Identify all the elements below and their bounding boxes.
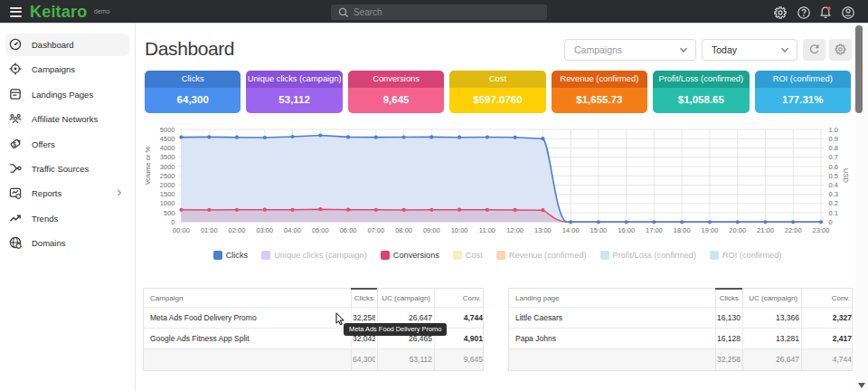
svg-text:3500: 3500	[160, 153, 175, 161]
svg-text:0: 0	[829, 218, 833, 226]
svg-text:08:00: 08:00	[395, 226, 412, 234]
svg-text:0.1: 0.1	[829, 209, 838, 217]
svg-text:1.0: 1.0	[829, 126, 838, 134]
svg-text:2500: 2500	[160, 172, 175, 180]
svg-text:1500: 1500	[160, 190, 175, 198]
svg-text:USD: USD	[842, 168, 850, 183]
svg-text:03:00: 03:00	[256, 226, 273, 234]
svg-text:4500: 4500	[160, 135, 175, 143]
svg-text:0.5: 0.5	[829, 172, 838, 180]
svg-text:01:00: 01:00	[201, 226, 218, 234]
svg-text:05:00: 05:00	[312, 226, 329, 234]
svg-text:21:00: 21:00	[757, 226, 774, 234]
svg-text:20:00: 20:00	[729, 226, 746, 234]
svg-text:23:00: 23:00	[813, 226, 830, 234]
svg-text:2000: 2000	[160, 181, 175, 189]
svg-text:500: 500	[164, 209, 175, 217]
svg-text:3000: 3000	[160, 163, 175, 171]
svg-text:12:00: 12:00	[506, 226, 524, 234]
svg-text:16:00: 16:00	[618, 226, 635, 234]
svg-text:4000: 4000	[160, 144, 175, 152]
svg-text:22:00: 22:00	[785, 226, 802, 234]
svg-text:14:00: 14:00	[562, 226, 580, 234]
svg-text:0.8: 0.8	[829, 144, 838, 152]
svg-text:17:00: 17:00	[646, 226, 663, 234]
svg-text:07:00: 07:00	[367, 226, 384, 234]
svg-text:Volume or %: Volume or %	[144, 146, 152, 185]
svg-text:0.2: 0.2	[829, 199, 838, 207]
svg-text:1000: 1000	[160, 199, 175, 207]
svg-text:02:00: 02:00	[229, 226, 246, 234]
svg-text:0.6: 0.6	[829, 163, 838, 171]
svg-text:$: $	[13, 140, 16, 148]
svg-text:13:00: 13:00	[534, 226, 552, 234]
svg-text:10:00: 10:00	[451, 226, 468, 234]
svg-text:06:00: 06:00	[340, 226, 357, 234]
svg-text:0.3: 0.3	[829, 190, 838, 198]
svg-text:0.9: 0.9	[829, 135, 838, 143]
svg-text:5000: 5000	[160, 126, 175, 134]
svg-text:11:00: 11:00	[479, 226, 495, 234]
svg-text:15:00: 15:00	[590, 226, 608, 234]
svg-text:0.4: 0.4	[829, 181, 838, 189]
svg-text:18:00: 18:00	[674, 226, 691, 234]
svg-text:00:00: 00:00	[173, 226, 190, 234]
svg-text:19:00: 19:00	[702, 226, 719, 234]
svg-text:0: 0	[171, 218, 175, 226]
svg-text:0.7: 0.7	[829, 153, 838, 161]
svg-text:04:00: 04:00	[284, 226, 301, 234]
svg-text:09:00: 09:00	[423, 226, 440, 234]
